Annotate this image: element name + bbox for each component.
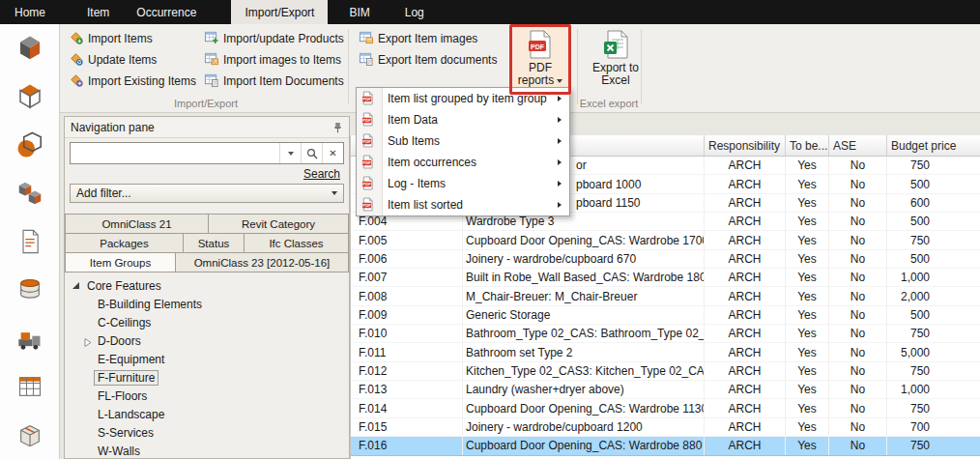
cell-budget-price: 700 <box>887 418 980 436</box>
tab-import-export[interactable]: Import/Export <box>231 0 328 24</box>
menu-item-sub-items[interactable]: PDF Sub Items <box>357 130 569 152</box>
item-icon[interactable] <box>0 121 59 169</box>
menu-item-item-data[interactable]: PDF Item Data <box>357 109 569 130</box>
chevron-down-icon <box>288 152 294 156</box>
cell-code: F.011 <box>351 343 463 360</box>
logistics-icon[interactable] <box>0 314 59 362</box>
import-update-products-icon <box>204 30 218 47</box>
column-header-to-be[interactable]: To be... <box>786 135 829 156</box>
import-items-icon <box>69 30 83 47</box>
cell-code: F.012 <box>351 362 463 380</box>
import-update-products-button[interactable]: Import/update Products <box>201 29 347 47</box>
schedule-icon[interactable] <box>0 362 59 411</box>
column-header-budget-price[interactable]: Budget price <box>887 135 980 156</box>
export-item-images-button[interactable]: Export Item images <box>356 29 500 47</box>
search-input[interactable] <box>71 143 279 163</box>
table-row[interactable]: F.009 Generic Storage ARCH Yes No 500 <box>351 306 980 325</box>
add-filter-dropdown[interactable]: Add filter... <box>70 184 344 203</box>
filter-tab-omniclass21[interactable]: OmniClass 21 <box>65 214 209 234</box>
tree-item-walls[interactable]: W-Walls <box>65 442 349 458</box>
filter-tab-packages[interactable]: Packages <box>65 233 184 253</box>
pdf-reports-button[interactable]: PDF PDF reports <box>512 27 568 94</box>
tree-item-equipment[interactable]: E-Equipment <box>65 350 349 368</box>
filter-tab-ifc-classes[interactable]: Ifc Classes <box>244 233 349 253</box>
ribbon-group-separator <box>577 29 578 104</box>
collapsed-arrow-icon[interactable] <box>84 336 92 350</box>
table-row[interactable]: F.014 Cupboard Door Opening_CAS: Wardrob… <box>351 399 980 417</box>
table-row[interactable]: F.013 Laundry (washer+dryer above) ARCH … <box>351 381 980 399</box>
import-existing-items-icon <box>69 72 83 90</box>
item-group-icon[interactable] <box>0 169 59 217</box>
import-items-button[interactable]: Import Items <box>66 29 199 47</box>
table-row[interactable]: F.012 Kitchen_Type 02_CAS3: Kitchen_Type… <box>351 362 980 381</box>
cell-ase: No <box>829 325 887 342</box>
export-to-excel-button[interactable]: Export to Excel <box>588 27 644 94</box>
filter-tab-revit-category[interactable]: Revit Category <box>208 214 349 234</box>
tab-log[interactable]: Log <box>391 0 438 24</box>
import-existing-items-button[interactable]: Import Existing Items <box>66 72 199 90</box>
import-item-documents-button[interactable]: Import Item Documents <box>201 72 347 90</box>
submenu-arrow-icon <box>558 96 562 101</box>
cell-ase: No <box>829 287 887 304</box>
filter-tab-omniclass23[interactable]: OmniClass 23 [2012-05-16] <box>175 252 349 273</box>
tab-bim[interactable]: BIM <box>335 0 383 24</box>
table-row[interactable]: F.006 Joinery - wardrobe/cupboard 670 AR… <box>351 250 980 269</box>
cell-name: Cupboard Door Opening_CAS: Wardrobe 880 <box>463 437 705 454</box>
home-menu[interactable]: Home <box>0 0 60 24</box>
cell-responsibility: ARCH <box>705 343 786 360</box>
cell-to-be: Yes <box>786 231 829 248</box>
export-to-excel-label-line2: Excel <box>601 74 629 87</box>
structure-icon[interactable] <box>0 24 59 72</box>
document-icon[interactable] <box>0 217 59 266</box>
tree-item-floors[interactable]: FL-Floors <box>65 387 349 405</box>
column-header-responsibility[interactable]: Responsibility <box>705 135 786 156</box>
update-items-button[interactable]: Update Items <box>66 50 199 69</box>
table-row[interactable]: F.010 Bathroom_Type 02_CAS: Bathroom_Typ… <box>351 325 980 343</box>
cell-budget-price: 1,000 <box>887 381 980 398</box>
tree-item-ceilings[interactable]: C-Ceilings <box>65 313 349 331</box>
search-dropdown-button[interactable] <box>279 143 301 163</box>
search-button[interactable] <box>301 143 322 163</box>
filter-tab-item-groups[interactable]: Item Groups <box>65 252 176 273</box>
import-update-products-label: Import/update Products <box>223 32 344 45</box>
tree-item-landscape[interactable]: L-Landscape <box>65 405 349 423</box>
tree-item-building-elements[interactable]: B-Building Elements <box>65 295 349 313</box>
export-item-documents-button[interactable]: Export Item documents <box>356 50 500 69</box>
table-row[interactable]: F.007 Built in Robe_Wall Based_CAS: Ward… <box>351 269 980 287</box>
tree-item-doors[interactable]: D-Doors <box>65 331 349 350</box>
table-row[interactable]: F.005 Cupboard Door Opening_CAS: Wardrob… <box>351 231 980 249</box>
search-link[interactable]: Search <box>303 167 340 181</box>
table-row-selected[interactable]: F.016 Cupboard Door Opening_CAS: Wardrob… <box>351 437 980 455</box>
import-images-to-items-button[interactable]: Import images to Items <box>201 50 347 69</box>
cost-icon[interactable] <box>0 266 59 314</box>
cell-responsibility: ARCH <box>705 306 786 324</box>
column-header-ase[interactable]: ASE <box>829 135 887 156</box>
filter-tab-status[interactable]: Status <box>183 233 245 253</box>
tree-item-services[interactable]: S-Services <box>65 423 349 442</box>
cell-name: Cupboard Door Opening_CAS: Wardrobe 1130 <box>463 399 705 416</box>
table-row[interactable]: F.011 Bathroom set Type 2 ARCH Yes No 5,… <box>351 343 980 361</box>
cell-responsibility: ARCH <box>705 250 786 268</box>
cell-code: F.014 <box>351 399 463 416</box>
cell-to-be: Yes <box>786 418 829 436</box>
menu-item-item-list-grouped[interactable]: PDF Item list grouped by item group <box>357 88 569 109</box>
model-icon[interactable] <box>0 72 59 121</box>
tab-item[interactable]: Item <box>73 0 123 24</box>
pin-icon[interactable] <box>332 122 343 133</box>
tree-item-core-features[interactable]: Core Features <box>65 276 349 295</box>
tree-item-furniture[interactable]: F-Furniture <box>65 368 349 387</box>
submenu-arrow-icon <box>558 181 562 186</box>
menu-item-item-list-sorted[interactable]: PDF Item list sorted <box>357 194 569 215</box>
table-row[interactable]: F.008 M_Chair-Breuer: M_Chair-Breuer ARC… <box>351 287 980 305</box>
cell-budget-price: 1,000 <box>887 269 980 286</box>
menu-item-log-items[interactable]: PDF Log - Items <box>357 173 569 194</box>
menu-item-item-occurrences[interactable]: PDF Item occurrences <box>357 152 569 173</box>
expanded-arrow-icon[interactable] <box>72 282 79 289</box>
cell-responsibility: ARCH <box>705 381 786 398</box>
tab-occurrence[interactable]: Occurrence <box>123 0 210 24</box>
table-row[interactable]: F.015 Joinery - wardrobe/cupboard 1200 A… <box>351 418 980 437</box>
cell-responsibility: ARCH <box>705 287 786 304</box>
package-icon[interactable] <box>0 411 59 459</box>
search-box: ✕ <box>70 142 344 164</box>
clear-search-button[interactable]: ✕ <box>322 143 343 163</box>
